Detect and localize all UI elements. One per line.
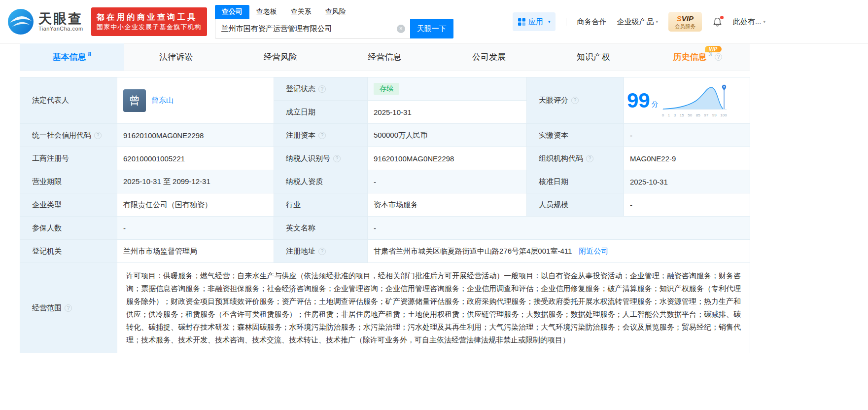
promo-line1: 都在用的商业查询工具 — [97, 11, 202, 23]
tab-basic-info[interactable]: 基本信息 8 — [20, 43, 124, 71]
reg-status-label: 登记状态? — [274, 77, 368, 101]
score-value: 99 分 — [627, 90, 659, 111]
nearby-companies-link[interactable]: 附近公司 — [579, 247, 608, 255]
help-icon[interactable]: ? — [65, 304, 72, 312]
help-icon[interactable]: ? — [333, 155, 341, 162]
paid-capital-label: 实缴资本 — [527, 124, 624, 147]
help-icon[interactable]: ? — [94, 132, 102, 139]
search-tabs: 查公司 查老板 查关系 查风险 — [215, 5, 453, 19]
company-type-label: 企业类型 — [20, 193, 117, 217]
reg-address-cell: 甘肃省兰州市城关区临夏路街道中山路276号第4层001室-411 附近公司 — [368, 240, 750, 263]
industry-label: 行业 — [274, 193, 368, 217]
score-unit: 分 — [652, 100, 659, 109]
approval-date-label: 核准日期 — [527, 170, 624, 193]
staff-size-value: - — [624, 193, 750, 217]
tab-history-label: 历史信息 — [673, 51, 706, 63]
legal-rep-avatar[interactable]: 曾 — [123, 89, 146, 112]
tab-operating-risk[interactable]: 经营风险 — [228, 43, 333, 71]
help-icon[interactable]: ? — [586, 155, 593, 162]
company-type-value: 有限责任公司（国有独资） — [117, 193, 274, 217]
chevron-down-icon: ▾ — [656, 19, 658, 24]
business-scope-label-text: 经营范围 — [32, 303, 62, 312]
help-icon[interactable]: ? — [571, 97, 579, 104]
table-row: 参保人数 - 英文名称 - — [20, 217, 750, 240]
divider — [566, 18, 566, 26]
section-tabs: 基本信息 8 法律诉讼 经营风险 经营信息 公司发展 知识产权 VIP 历史信息… — [20, 43, 750, 71]
nav-more[interactable]: 此处有... ▾ — [733, 17, 765, 27]
legal-rep-label-text: 法定代表人 — [32, 96, 69, 104]
score-label: 天眼评分? — [527, 77, 624, 124]
search-area: 查公司 查老板 查关系 查风险 × 天眼一下 — [215, 5, 453, 38]
score-curve-icon — [662, 83, 727, 111]
taxpayer-id-label-text: 纳税人识别号 — [286, 154, 330, 162]
tab-intellectual-property[interactable]: 知识产权 — [541, 43, 646, 71]
paid-capital-label-text: 实缴资本 — [539, 131, 568, 139]
insured-count-value: - — [117, 217, 274, 240]
nav-enterprise-products[interactable]: 企业级产品 ▾ — [617, 17, 658, 27]
org-code-label-text: 组织机构代码 — [539, 154, 583, 162]
tab-company-development[interactable]: 公司发展 — [437, 43, 541, 71]
org-code-label: 组织机构代码? — [527, 147, 624, 170]
main-content: 法定代表人 曾 曾东山 登记状态? 存续 天眼评分? 99 — [0, 77, 868, 353]
business-scope-label: 经营范围? — [20, 263, 117, 353]
english-name-label-text: 英文名称 — [286, 224, 315, 232]
logo-brand: 天眼查 — [38, 12, 83, 26]
business-term-value: 2025-10-31 至 2099-12-31 — [117, 170, 274, 193]
tianyancha-logo[interactable]: 天眼查 TianYanCha.com — [7, 8, 83, 36]
search-button[interactable]: 天眼一下 — [410, 19, 453, 38]
company-type-label-text: 企业类型 — [32, 200, 62, 209]
apps-menu[interactable]: 应用 ▾ — [513, 12, 556, 31]
chevron-down-icon: ▾ — [548, 19, 551, 24]
staff-size-label: 人员规模 — [527, 193, 624, 217]
reg-authority-value: 兰州市市场监督管理局 — [117, 240, 274, 263]
help-icon[interactable]: ? — [318, 85, 326, 93]
help-icon[interactable]: ? — [318, 132, 326, 139]
svip-title: SVIP — [675, 14, 695, 23]
tab-history-info[interactable]: VIP 历史信息 3 ? — [645, 43, 750, 71]
score-distribution-chart: 0 1 3 15 50 85 97 99 100 — [662, 83, 728, 117]
reg-number-label-text: 工商注册号 — [32, 154, 69, 162]
search-input[interactable] — [215, 19, 410, 38]
apps-label: 应用 — [528, 17, 543, 27]
notification-bell-icon[interactable] — [712, 17, 723, 27]
logo-text: 天眼查 TianYanCha.com — [38, 12, 83, 32]
table-row: 统一社会信用代码? 91620100MAG0NE2298 注册资本? 50000… — [20, 124, 750, 147]
reg-number-value: 620100001005221 — [117, 147, 274, 170]
legal-rep-name-link[interactable]: 曾东山 — [151, 96, 174, 105]
tab-basic-info-count: 8 — [88, 51, 91, 58]
nav-business-cooperation[interactable]: 商务合作 — [577, 17, 606, 27]
reg-authority-label: 登记机关 — [20, 240, 117, 263]
establish-date-label: 成立日期 — [274, 101, 368, 124]
help-icon[interactable]: ? — [715, 53, 722, 61]
insured-count-label: 参保人数 — [20, 217, 117, 240]
tab-history-count: 3 — [708, 51, 712, 58]
org-code-value: MAG0NE22-9 — [624, 147, 750, 170]
promo-line2: 国家中小企业发展子基金旗下机构 — [97, 23, 202, 32]
credit-code-label-text: 统一社会信用代码 — [32, 131, 91, 139]
taxpayer-id-value: 91620100MAG0NE2298 — [368, 147, 527, 170]
paid-capital-value: - — [624, 124, 750, 147]
score-number: 99 — [627, 90, 650, 111]
clear-search-icon[interactable]: × — [397, 25, 405, 33]
svip-badge[interactable]: SVIP 会员服务 — [668, 12, 702, 31]
establish-date-label-text: 成立日期 — [286, 108, 315, 116]
enterprise-products-label: 企业级产品 — [617, 17, 654, 27]
search-box: × — [215, 19, 410, 38]
search-tab-company[interactable]: 查公司 — [215, 5, 249, 19]
tab-risk-label: 经营风险 — [264, 51, 297, 63]
tab-operating-info[interactable]: 经营信息 — [333, 43, 437, 71]
english-name-label: 英文名称 — [274, 217, 368, 240]
help-icon[interactable]: ? — [318, 248, 326, 255]
basic-info-table: 法定代表人 曾 曾东山 登记状态? 存续 天眼评分? 99 — [20, 77, 750, 353]
tab-basic-info-label: 基本信息 — [52, 51, 86, 63]
tab-legal-proceedings[interactable]: 法律诉讼 — [124, 43, 229, 71]
table-row: 工商注册号 620100001005221 纳税人识别号? 91620100MA… — [20, 147, 750, 170]
grid-icon — [518, 18, 525, 26]
search-tab-risk[interactable]: 查风险 — [318, 5, 353, 19]
industry-label-text: 行业 — [286, 200, 301, 209]
credit-code-label: 统一社会信用代码? — [20, 124, 117, 147]
reg-capital-label: 注册资本? — [274, 124, 368, 147]
search-tab-boss[interactable]: 查老板 — [249, 5, 284, 19]
reg-address-label: 注册地址? — [274, 240, 368, 263]
search-tab-relation[interactable]: 查关系 — [284, 5, 318, 19]
